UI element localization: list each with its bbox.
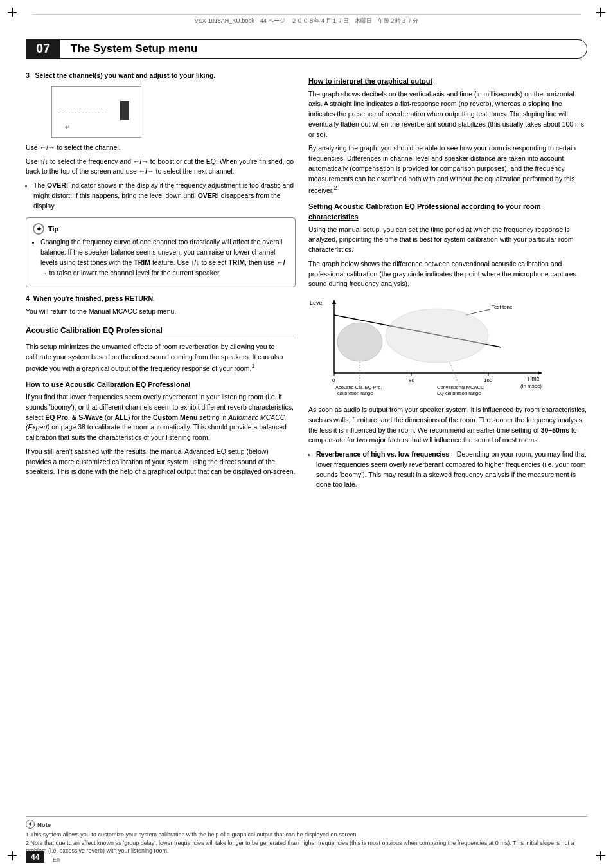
corner-mark-br — [594, 849, 605, 860]
tip-header: ✦ Tip — [33, 223, 289, 235]
setting-p1: Using the manual setup, you can set the … — [308, 225, 587, 255]
interpret-p2: By analyzing the graph, you should be ab… — [308, 143, 587, 195]
svg-point-16 — [337, 323, 382, 361]
footnote-ref2: 2 — [334, 185, 337, 191]
page-lang: En — [53, 856, 60, 863]
how-to-use-p2: If you still aren't satisfied with the r… — [26, 447, 296, 477]
eq-dashed-line — [58, 113, 103, 113]
svg-text:Level: Level — [310, 300, 324, 306]
setting-heading: Setting Acoustic Calibration EQ Professi… — [308, 201, 587, 222]
svg-point-20 — [386, 309, 488, 363]
footnote-ref1: 1 — [251, 363, 254, 369]
step4-number: 4 — [26, 294, 30, 302]
svg-text:Conventional MCACC: Conventional MCACC — [437, 384, 484, 390]
over-bullet-list: The OVER! indicator shows in the display… — [33, 181, 296, 211]
nav-text-1: Use ←/→ to select the channel. — [26, 143, 296, 153]
meta-line: VSX-1018AH_KU.book 44 ページ ２００８年４月１７日 木曜日… — [32, 14, 581, 25]
corner-mark-tl — [8, 8, 19, 19]
over-bullet-item: The OVER! indicator shows in the display… — [33, 181, 296, 211]
corner-mark-tr — [594, 8, 605, 19]
note-icon: ✦ — [26, 820, 35, 829]
svg-text:Test tone: Test tone — [492, 304, 513, 310]
step4-sub: You will return to the Manual MCACC setu… — [26, 307, 296, 317]
eq-arrow: ↵ — [65, 122, 70, 132]
page-number: 44 — [26, 851, 44, 863]
step4-heading: 4 When you're finished, press RETURN. — [26, 294, 296, 304]
note-label: Note — [37, 820, 51, 829]
tip-label: Tip — [48, 224, 58, 235]
svg-text:EQ calibration range: EQ calibration range — [437, 390, 481, 396]
svg-text:(in msec): (in msec) — [520, 383, 542, 389]
svg-line-14 — [466, 309, 490, 315]
tip-icon: ✦ — [33, 223, 44, 235]
acoustic-p1: This setup minimizes the unwanted effect… — [26, 342, 296, 374]
right-column: How to interpret the graphical output Th… — [308, 71, 587, 829]
svg-text:calibration range: calibration range — [337, 390, 373, 396]
svg-text:0: 0 — [332, 377, 335, 383]
main-content: 3 Select the channel(s) you want and adj… — [26, 71, 587, 829]
as-soon-p: As soon as audio is output from your spe… — [308, 405, 587, 446]
calibration-graph: Level Time (in msec) 0 80 160 Test tone — [308, 296, 587, 399]
chapter-title: The System Setup menu — [60, 39, 587, 59]
how-to-use-heading: How to use Acoustic Calibration EQ Profe… — [26, 379, 296, 390]
how-to-use-p1: If you find that lower frequencies seem … — [26, 392, 296, 443]
setting-p2: The graph below shows the difference bet… — [308, 259, 587, 289]
svg-line-23 — [450, 363, 459, 386]
svg-text:Acoustic Cal. EQ Pro.: Acoustic Cal. EQ Pro. — [335, 384, 382, 390]
step3-heading: 3 Select the channel(s) you want and adj… — [26, 71, 296, 81]
footer-note2: 2 Note that due to an effect known as 'g… — [26, 839, 587, 855]
reverberance-bullet-list: Reverberance of high vs. low frequencies… — [316, 449, 587, 490]
tip-box: ✦ Tip Changing the frequency curve of on… — [26, 217, 296, 287]
eq-screen-image: ↵ — [51, 86, 141, 138]
chapter-number: 07 — [26, 39, 60, 59]
left-column: 3 Select the channel(s) you want and adj… — [26, 71, 296, 829]
footer-note: ✦ Note 1 This system allows you to custo… — [26, 816, 587, 855]
footer-note1: 1 This system allows you to customize yo… — [26, 831, 587, 839]
svg-text:Time: Time — [527, 375, 540, 382]
chapter-header: 07 The System Setup menu — [26, 39, 587, 59]
interpret-p1: The graph shows decibels on the vertical… — [308, 89, 587, 140]
svg-marker-3 — [538, 371, 542, 375]
graph-svg: Level Time (in msec) 0 80 160 Test tone — [308, 296, 553, 399]
svg-marker-2 — [332, 300, 336, 304]
step3-number: 3 — [26, 71, 30, 79]
acoustic-heading: Acoustic Calibration EQ Professional — [26, 325, 296, 338]
footer-note-header: ✦ Note — [26, 820, 587, 829]
tip-text: Changing the frequency curve of one chan… — [40, 237, 289, 278]
svg-text:160: 160 — [484, 377, 493, 383]
interpret-heading: How to interpret the graphical output — [308, 76, 587, 87]
corner-mark-bl — [8, 849, 19, 860]
step3-text: Select the channel(s) you want and adjus… — [35, 71, 216, 79]
step4-text: When you're finished, press RETURN. — [33, 294, 155, 302]
tip-bullet-list: Changing the frequency curve of one chan… — [40, 237, 289, 278]
reverberance-bullet: Reverberance of high vs. low frequencies… — [316, 449, 587, 490]
eq-bar — [120, 101, 129, 120]
nav-text-2: Use ↑/↓ to select the frequency and ←/→ … — [26, 157, 296, 177]
svg-text:80: 80 — [409, 377, 414, 383]
